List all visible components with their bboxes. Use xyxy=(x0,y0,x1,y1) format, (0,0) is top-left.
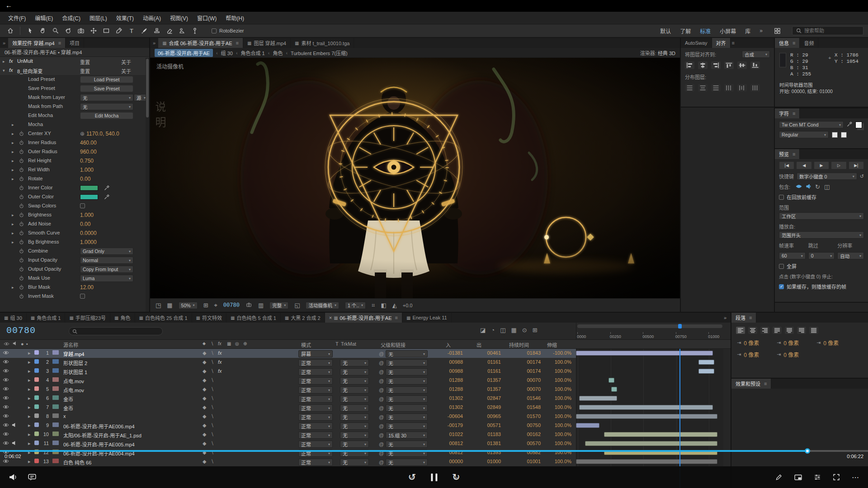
shy-switch[interactable]: ∖ xyxy=(211,413,214,419)
layer-track[interactable] xyxy=(576,439,723,448)
t-header[interactable]: T xyxy=(335,341,339,347)
help-search-input[interactable] xyxy=(804,28,855,33)
pan-behind-tool-icon[interactable] xyxy=(88,26,99,36)
layer-row[interactable]: ▸ 9 06-祈愿-没开启-用于AE006.mp4 ◆ ∖ fx 正常 无 @ … xyxy=(0,421,731,430)
parent-dropdown[interactable]: 无 xyxy=(386,395,428,403)
eye-icon[interactable] xyxy=(3,359,9,365)
fullscreen-icon[interactable] xyxy=(833,474,840,481)
time-ruler[interactable]: 0000 00250 00500 00750 01000 xyxy=(576,323,723,340)
comp-tab[interactable]: × ▦ 大黑 2 合成 2 ≡ xyxy=(281,313,325,323)
zoom-tool-icon[interactable] xyxy=(50,26,61,36)
shy-switch[interactable]: ∖ xyxy=(211,422,214,428)
reset-button[interactable]: 重置 xyxy=(80,67,90,75)
framerate-dropdown[interactable]: 60 xyxy=(779,252,806,259)
mode-header[interactable]: 模式 xyxy=(301,341,311,348)
layer-row[interactable]: ▸ 1 穿越.mp4 ◆ ∖ fx 屏幕 @ 无 -01381 00461 xyxy=(0,349,731,358)
play-cached-frames-checkbox[interactable] xyxy=(779,284,784,289)
blend-mode-dropdown[interactable]: 正常 xyxy=(298,377,333,385)
tab-info[interactable]: 信息≡ xyxy=(775,38,800,48)
align-text-left-icon[interactable] xyxy=(736,327,745,334)
layer-name[interactable]: 穿越.mp4 xyxy=(63,350,189,357)
timeline-button-icon[interactable]: ◭ xyxy=(392,302,397,309)
in-value[interactable]: 01302 xyxy=(425,404,463,410)
layer-duration-bar[interactable] xyxy=(576,414,717,419)
panel-menu-icon[interactable]: ≡ xyxy=(793,40,795,46)
include-video-icon[interactable] xyxy=(796,184,802,189)
effect-row[interactable]: Input Opacity ⊕ Normal xyxy=(0,256,149,265)
parent-dropdown[interactable]: 无 xyxy=(386,404,428,412)
effect-row[interactable]: ▾ fx 8_径向渐变 重置 关于 ⊕ xyxy=(0,66,149,75)
duration-value[interactable]: 00582 xyxy=(505,450,541,455)
trkmat-dropdown[interactable]: 无 xyxy=(340,450,369,457)
effect-row[interactable]: Mask Use ⊕ Luma xyxy=(0,274,149,283)
audio-icon[interactable] xyxy=(12,441,17,446)
quality-switch[interactable]: ◆ xyxy=(203,350,206,356)
twirl-icon[interactable]: ▸ xyxy=(12,122,14,127)
in-value[interactable]: 01302 xyxy=(425,395,463,401)
graph-editor-icon[interactable]: ⊞ xyxy=(533,327,538,333)
panel-menu-icon[interactable]: ≡ xyxy=(236,40,239,46)
workspace-tab[interactable]: 小屏幕 xyxy=(720,27,736,35)
effect-row[interactable]: ▸ Add Noise 0.00 ⊕ xyxy=(0,220,149,229)
eyedropper-icon[interactable] xyxy=(847,122,852,128)
label-color-swatch[interactable] xyxy=(34,404,39,409)
stopwatch-icon[interactable] xyxy=(19,203,24,210)
layer-duration-bar[interactable] xyxy=(585,441,717,446)
workspace-tab[interactable]: 库 xyxy=(745,27,750,35)
composition-view[interactable]: 活动摄像机 说明 xyxy=(150,58,680,298)
stretch-header[interactable]: 伸缩 xyxy=(547,341,557,348)
label-color-swatch[interactable] xyxy=(34,459,39,463)
parent-link-cell[interactable]: @ 无 xyxy=(379,459,428,466)
menu-item[interactable]: 动画(A) xyxy=(138,14,165,22)
twirl-icon[interactable]: ▸ xyxy=(28,441,31,446)
workspace-tab[interactable]: 了解 xyxy=(680,27,691,35)
stretch-value[interactable]: 100.0% xyxy=(544,386,571,392)
menu-item[interactable]: 编辑(E) xyxy=(30,14,57,22)
justify-last-left-icon[interactable] xyxy=(773,327,782,334)
stroke-color-swatch[interactable] xyxy=(832,132,838,138)
menu-item[interactable]: 文件(F) xyxy=(4,14,30,22)
label-color-swatch[interactable] xyxy=(34,377,39,382)
indent-field[interactable]: ⇥0 像素 xyxy=(816,339,849,347)
parent-dropdown[interactable]: 无 xyxy=(386,459,428,466)
stretch-value[interactable]: 100.0% xyxy=(544,432,571,437)
breadcrumb-item[interactable]: 角色 xyxy=(273,49,283,56)
stopwatch-icon[interactable] xyxy=(19,140,24,146)
label-color-swatch[interactable] xyxy=(34,413,39,418)
menu-item[interactable]: 窗口(W) xyxy=(193,14,221,22)
renderer-value[interactable]: 经典 3D xyxy=(658,51,675,56)
pickwhip-icon[interactable]: @ xyxy=(379,387,384,393)
effect-row[interactable]: ▸ Outer Radius 960.00 ⊕ xyxy=(0,147,149,156)
out-value[interactable]: 01357 xyxy=(467,377,501,383)
close-icon[interactable]: × xyxy=(329,315,332,320)
in-value[interactable]: 00812 xyxy=(425,441,463,446)
indent-field[interactable]: ⇥0 像素 xyxy=(737,339,769,347)
rewind-10-button[interactable]: ↺10 xyxy=(408,472,416,483)
parent-link-cell[interactable]: @ 无 xyxy=(379,422,428,430)
justify-last-center-icon[interactable] xyxy=(785,327,794,334)
quality-switch[interactable]: ◆ xyxy=(203,432,206,437)
fx-badge[interactable]: fx xyxy=(9,58,13,64)
twirl-icon[interactable]: ▸ xyxy=(28,350,31,356)
pen-tool-icon[interactable] xyxy=(113,26,124,36)
font-family-dropdown[interactable]: Tw Cen MT Cond xyxy=(779,121,844,128)
stopwatch-icon[interactable] xyxy=(19,285,24,291)
stretch-value[interactable]: 100.0% xyxy=(544,413,571,419)
settings-icon[interactable] xyxy=(814,474,821,481)
transport-button[interactable]: ▷ xyxy=(831,161,846,169)
in-value[interactable]: 00988 xyxy=(425,359,463,365)
tab-audio[interactable]: 音频 xyxy=(800,38,818,48)
transport-button[interactable]: |◀ xyxy=(779,161,794,169)
about-button[interactable]: 关于 xyxy=(121,58,131,66)
effect-row[interactable]: ▸ Mocha ⊕ xyxy=(0,120,149,129)
audio-icon[interactable] xyxy=(12,422,17,428)
color-swatch[interactable] xyxy=(80,194,98,200)
layer-track[interactable] xyxy=(576,385,723,394)
quality-switch[interactable]: ◆ xyxy=(203,395,206,401)
more-icon[interactable]: ⋯ xyxy=(852,473,859,482)
help-search[interactable] xyxy=(792,26,863,35)
stretch-value[interactable]: -100.0% xyxy=(544,350,571,356)
comp-tab[interactable]: × ▦ 手部压缩23号 ≡ xyxy=(65,313,110,323)
property-value[interactable]: 0.0000 xyxy=(80,230,97,236)
effect-row[interactable]: ▸ Bg Brightness 1.0000 ⊕ xyxy=(0,238,149,247)
